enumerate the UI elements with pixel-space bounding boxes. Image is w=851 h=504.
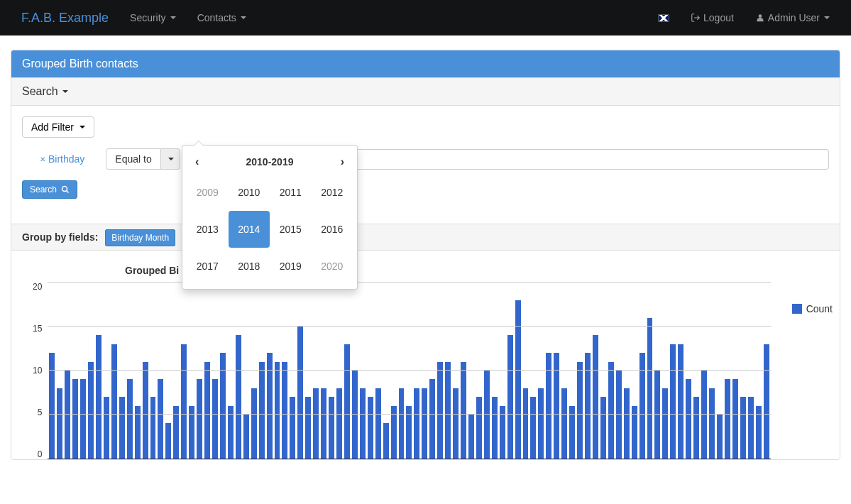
- datepicker-year-2014[interactable]: 2014: [229, 211, 270, 248]
- nav-contacts[interactable]: Contacts: [187, 1, 257, 34]
- bar[interactable]: [80, 379, 86, 459]
- filter-op-caret[interactable]: [161, 148, 180, 170]
- bar[interactable]: [616, 371, 622, 459]
- bar[interactable]: [72, 379, 78, 459]
- bar[interactable]: [143, 362, 148, 459]
- bar[interactable]: [297, 327, 303, 459]
- bar[interactable]: [422, 388, 427, 459]
- bar[interactable]: [740, 397, 746, 459]
- bar[interactable]: [251, 388, 257, 459]
- datepicker-next[interactable]: ›: [335, 155, 350, 168]
- bar[interactable]: [204, 362, 210, 459]
- search-toggle[interactable]: Search: [11, 77, 840, 106]
- datepicker-prev[interactable]: ‹: [190, 155, 204, 168]
- bar[interactable]: [88, 362, 94, 459]
- bar[interactable]: [119, 397, 125, 459]
- bar[interactable]: [624, 388, 630, 459]
- bar[interactable]: [111, 344, 117, 459]
- bar[interactable]: [546, 353, 551, 459]
- bar[interactable]: [65, 371, 70, 459]
- logout-link[interactable]: Logout: [680, 1, 745, 34]
- bar[interactable]: [709, 388, 715, 459]
- bar[interactable]: [577, 362, 583, 459]
- bar[interactable]: [282, 362, 287, 459]
- bar[interactable]: [49, 353, 55, 459]
- bar[interactable]: [748, 397, 754, 459]
- bar[interactable]: [212, 379, 218, 459]
- datepicker-title[interactable]: 2010-2019: [246, 156, 294, 168]
- bar[interactable]: [468, 415, 474, 459]
- bar[interactable]: [515, 300, 521, 459]
- locale-flag[interactable]: [647, 4, 680, 33]
- datepicker-year-2012[interactable]: 2012: [312, 174, 353, 211]
- bar[interactable]: [492, 397, 498, 459]
- bar[interactable]: [608, 362, 614, 459]
- datepicker-year-2015[interactable]: 2015: [270, 211, 312, 248]
- bar[interactable]: [732, 379, 738, 459]
- bar[interactable]: [437, 362, 443, 459]
- datepicker-year-2016[interactable]: 2016: [312, 211, 353, 248]
- filter-op-select[interactable]: Equal to: [106, 148, 160, 170]
- bar[interactable]: [670, 344, 676, 459]
- bar[interactable]: [662, 388, 668, 459]
- bar[interactable]: [104, 397, 109, 459]
- bar[interactable]: [383, 423, 389, 459]
- bar[interactable]: [530, 397, 536, 459]
- datepicker-year-2009[interactable]: 2009: [187, 174, 229, 211]
- bar[interactable]: [654, 371, 660, 459]
- bar[interactable]: [476, 397, 482, 459]
- bar[interactable]: [150, 397, 156, 459]
- bar[interactable]: [593, 335, 598, 459]
- group-by-button[interactable]: Birthday Month: [105, 229, 175, 246]
- bar[interactable]: [96, 335, 101, 459]
- bar[interactable]: [453, 388, 459, 459]
- bar[interactable]: [165, 423, 171, 459]
- bar[interactable]: [181, 344, 187, 459]
- bar[interactable]: [57, 388, 62, 459]
- bar[interactable]: [507, 335, 513, 459]
- datepicker-year-2017[interactable]: 2017: [187, 248, 229, 285]
- bar[interactable]: [554, 353, 559, 459]
- bar[interactable]: [375, 388, 381, 459]
- filter-remove[interactable]: ✕ Birthday: [33, 149, 92, 169]
- bar[interactable]: [647, 318, 653, 459]
- bar[interactable]: [461, 362, 466, 459]
- bar[interactable]: [414, 388, 419, 459]
- bar[interactable]: [693, 397, 699, 459]
- bar[interactable]: [484, 371, 490, 459]
- bar[interactable]: [445, 362, 451, 459]
- bar[interactable]: [523, 388, 529, 459]
- bar[interactable]: [717, 415, 723, 459]
- search-button[interactable]: Search: [22, 180, 77, 199]
- bar[interactable]: [352, 371, 358, 459]
- bar[interactable]: [267, 353, 273, 459]
- bar[interactable]: [127, 379, 133, 459]
- bar[interactable]: [561, 388, 567, 459]
- bar[interactable]: [336, 388, 342, 459]
- bar[interactable]: [678, 344, 683, 459]
- nav-security[interactable]: Security: [119, 1, 187, 34]
- bar[interactable]: [344, 344, 350, 459]
- bar[interactable]: [701, 371, 707, 459]
- bar[interactable]: [259, 362, 265, 459]
- bar[interactable]: [236, 335, 241, 459]
- bar[interactable]: [764, 344, 769, 459]
- add-filter-button[interactable]: Add Filter: [22, 116, 94, 138]
- bar[interactable]: [639, 353, 645, 459]
- bar[interactable]: [538, 388, 544, 459]
- bar[interactable]: [220, 353, 226, 459]
- bar[interactable]: [600, 397, 606, 459]
- brand-link[interactable]: F.A.B. Example: [11, 0, 119, 36]
- bar[interactable]: [305, 397, 311, 459]
- bar[interactable]: [275, 362, 280, 459]
- bar[interactable]: [313, 388, 319, 459]
- bar[interactable]: [725, 379, 730, 459]
- bar[interactable]: [290, 397, 295, 459]
- datepicker-year-2013[interactable]: 2013: [187, 211, 229, 248]
- datepicker-year-2019[interactable]: 2019: [270, 248, 312, 285]
- bar[interactable]: [585, 353, 591, 459]
- bar[interactable]: [686, 379, 691, 459]
- bar[interactable]: [321, 388, 326, 459]
- bar[interactable]: [243, 415, 249, 459]
- bar[interactable]: [158, 379, 163, 459]
